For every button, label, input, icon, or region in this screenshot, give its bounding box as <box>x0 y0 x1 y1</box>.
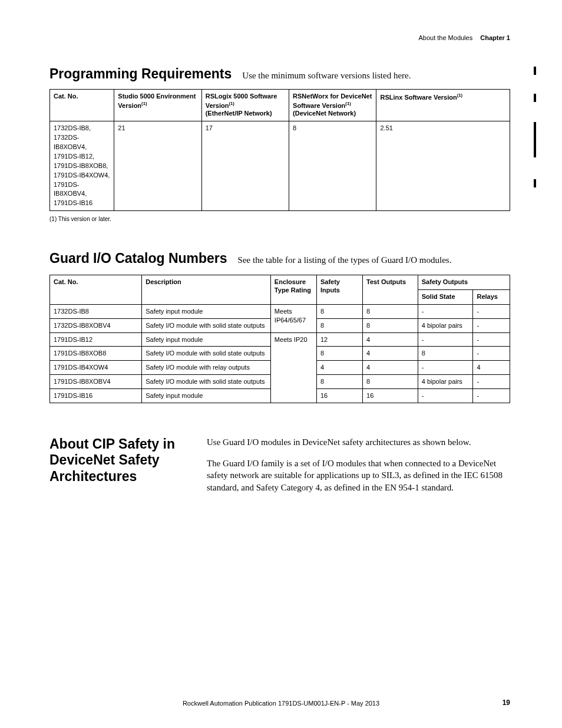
guard-io-table: Cat. No. Description Enclosure Type Rati… <box>49 275 510 403</box>
cell-ss: - <box>418 304 473 318</box>
table-footnote: (1) This version or later. <box>49 216 510 222</box>
section-intro: See the table for a listing of the types… <box>238 255 452 265</box>
change-bar <box>534 94 536 102</box>
cell-desc: Safety input module <box>142 332 271 347</box>
cell-to: 4 <box>363 347 418 361</box>
cell-desc: Safety input module <box>142 304 271 318</box>
section-heading-programming-requirements: Programming Requirements <box>49 66 232 82</box>
cell-re: - <box>473 332 510 347</box>
table-row: 1732DS-IB8, 1732DS-IB8XOBV4, 1791DS-IB12… <box>50 121 510 210</box>
cell-re: - <box>473 375 510 389</box>
col-so: Safety Outputs <box>418 275 510 290</box>
header-section: About the Modules <box>418 34 472 41</box>
cip-body: Use Guard I/O modules in DeviceNet safet… <box>207 436 510 503</box>
cell-to: 8 <box>363 375 418 389</box>
change-bar <box>534 179 536 187</box>
table-header-row: Cat. No. Studio 5000 Environment Version… <box>50 90 510 121</box>
col-rslinx: RSLinx Software Version(1) <box>376 90 510 121</box>
col-rslogix: RSLogix 5000 Software Version(1)(EtherNe… <box>201 90 289 121</box>
cell-rsnetworx: 8 <box>289 121 376 210</box>
cell-si: 8 <box>316 304 362 318</box>
cip-paragraph: Use Guard I/O modules in DeviceNet safet… <box>207 436 510 448</box>
cell-re: 4 <box>473 361 510 375</box>
cell-to: 4 <box>363 361 418 375</box>
col-cat: Cat. No. <box>50 275 142 305</box>
cell-cat: 1732DS-IB8XOBV4 <box>50 318 142 332</box>
col-to: Test Outputs <box>363 275 418 305</box>
change-bar <box>534 122 536 157</box>
cell-rslinx: 2.51 <box>376 121 510 210</box>
cell-cat: 1791DS-IB4XOW4 <box>50 361 142 375</box>
publication-footer: Rockwell Automation Publication 1791DS-U… <box>0 700 562 707</box>
col-re: Relays <box>473 290 510 305</box>
table-row: 1732DS-IB8 Safety input module Meets IP6… <box>50 304 510 318</box>
cell-si: 8 <box>316 318 362 332</box>
cell-re: - <box>473 304 510 318</box>
cell-cat: 1791DS-IB16 <box>50 388 142 403</box>
cell-cat: 1732DS-IB8, 1732DS-IB8XOBV4, 1791DS-IB12… <box>50 121 114 210</box>
cell-ss: - <box>418 388 473 403</box>
cell-to: 8 <box>363 304 418 318</box>
cell-rslogix: 17 <box>201 121 289 210</box>
cell-to: 4 <box>363 332 418 347</box>
section-heading-cip-safety: About CIP Safety in DeviceNet Safety Arc… <box>49 436 207 503</box>
cell-to: 16 <box>363 388 418 403</box>
cell-studio: 21 <box>114 121 201 210</box>
cell-desc: Safety I/O module with solid state outpu… <box>142 318 271 332</box>
cell-desc: Safety I/O module with solid state outpu… <box>142 375 271 389</box>
programming-requirements-table: Cat. No. Studio 5000 Environment Version… <box>49 89 510 211</box>
cell-si: 8 <box>316 347 362 361</box>
table-header-row: Cat. No. Description Enclosure Type Rati… <box>50 275 510 290</box>
cell-enc: Meets IP64/65/67 <box>270 304 316 332</box>
col-studio: Studio 5000 Environment Version(1) <box>114 90 201 121</box>
col-enc: Enclosure Type Rating <box>270 275 316 305</box>
col-si: Safety Inputs <box>316 275 362 305</box>
cell-cat: 1732DS-IB8 <box>50 304 142 318</box>
cell-ss: - <box>418 361 473 375</box>
cell-ss: 4 bipolar pairs <box>418 375 473 389</box>
col-desc: Description <box>142 275 271 305</box>
page-header: About the Modules Chapter 1 <box>49 34 510 41</box>
cell-desc: Safety input module <box>142 388 271 403</box>
cell-si: 16 <box>316 388 362 403</box>
col-cat-no: Cat. No. <box>50 90 114 121</box>
cell-si: 8 <box>316 375 362 389</box>
table-row: 1791DS-IB12 Safety input module Meets IP… <box>50 332 510 347</box>
header-chapter: Chapter 1 <box>480 34 510 41</box>
cell-ss: 4 bipolar pairs <box>418 318 473 332</box>
cell-cat: 1791DS-IB8XOBV4 <box>50 375 142 389</box>
section-heading-guard-io: Guard I/O Catalog Numbers <box>49 251 227 266</box>
cell-re: - <box>473 347 510 361</box>
cell-cat: 1791DS-IB8XOB8 <box>50 347 142 361</box>
cell-desc: Safety I/O module with solid state outpu… <box>142 347 271 361</box>
col-rsnetworx: RSNetWorx for DeviceNet Software Version… <box>289 90 376 121</box>
cip-paragraph: The Guard I/O family is a set of I/O mod… <box>207 457 510 493</box>
cell-re: - <box>473 318 510 332</box>
cell-si: 4 <box>316 361 362 375</box>
page-number: 19 <box>503 699 510 707</box>
cell-cat: 1791DS-IB12 <box>50 332 142 347</box>
change-bar <box>534 67 536 75</box>
section-intro: Use the minimum software versions listed… <box>242 71 411 81</box>
col-ss: Solid State <box>418 290 473 305</box>
cell-to: 8 <box>363 318 418 332</box>
cell-ss: 8 <box>418 347 473 361</box>
cell-si: 12 <box>316 332 362 347</box>
cell-ss: - <box>418 332 473 347</box>
cell-enc: Meets IP20 <box>270 332 316 403</box>
cell-re: - <box>473 388 510 403</box>
cell-desc: Safety I/O module with relay outputs <box>142 361 271 375</box>
